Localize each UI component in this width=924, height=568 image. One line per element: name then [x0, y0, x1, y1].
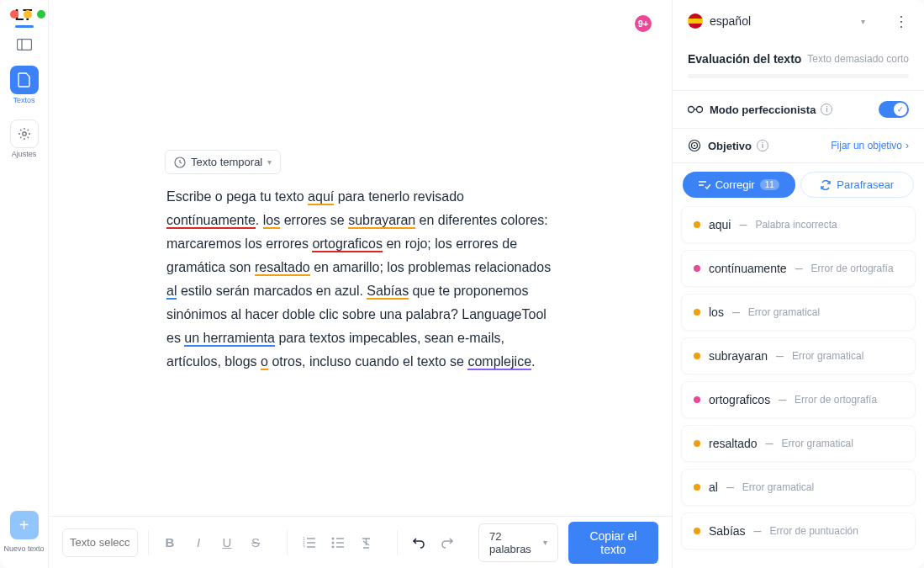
issue-word: subrayaran: [709, 349, 768, 363]
nav-ajustes-label: Ajustes: [12, 150, 37, 158]
strike-button[interactable]: S: [243, 530, 268, 555]
redo-button[interactable]: [435, 530, 460, 555]
nav-ajustes-button[interactable]: [10, 119, 39, 148]
main-area: 9+ Texto temporal ▾ Escribe o pega tu te…: [49, 0, 672, 568]
error-aqui[interactable]: aquí: [308, 189, 334, 205]
ordered-list-button[interactable]: 123: [296, 530, 321, 555]
issue-dot-icon: [694, 484, 700, 491]
target-icon: [688, 139, 701, 152]
issue-item[interactable]: ortograficos – Error de ortografía: [681, 381, 916, 418]
issue-type: Error gramatical: [782, 438, 853, 449]
more-menu-button[interactable]: ⋯: [893, 14, 911, 28]
clock-icon: [174, 157, 186, 168]
issues-list[interactable]: aqui – Palabra incorrecta contínuamente …: [673, 206, 924, 568]
issue-dot-icon: [694, 265, 700, 272]
svg-rect-0: [17, 40, 31, 50]
issue-item[interactable]: aqui – Palabra incorrecta: [681, 206, 916, 243]
error-los[interactable]: los: [263, 213, 280, 229]
undo-button[interactable]: [406, 530, 431, 555]
minimize-window-button[interactable]: [24, 10, 32, 19]
close-window-button[interactable]: [10, 10, 18, 19]
language-selector[interactable]: español ▾ ⋯: [673, 0, 924, 42]
error-herramienta[interactable]: un herramienta: [184, 331, 275, 347]
error-sabias[interactable]: Sabías: [367, 284, 409, 300]
issue-dot-icon: [694, 396, 700, 403]
nav-textos-button[interactable]: [10, 66, 39, 94]
temp-text-label: Texto temporal: [191, 156, 262, 168]
issue-item[interactable]: subrayaran – Error gramatical: [681, 337, 916, 374]
set-objective-link[interactable]: Fijar un objetivo›: [831, 140, 909, 151]
issue-dot-icon: [694, 309, 700, 316]
error-o[interactable]: o: [261, 354, 268, 370]
error-complejice[interactable]: complejice: [467, 354, 531, 370]
error-al[interactable]: al: [166, 284, 177, 300]
chevron-down-icon: ▾: [267, 157, 272, 167]
eval-note: Texto demasiado corto: [807, 53, 909, 65]
editor-scroll: Escribe o pega tu texto aquí para tenerl…: [49, 0, 672, 516]
svg-point-14: [331, 546, 334, 549]
check-list-icon: [699, 180, 710, 189]
left-sidebar: LT Textos Ajustes + Nuevo texto: [0, 0, 49, 568]
issue-word: contínuamente: [709, 262, 787, 275]
eval-section: Evaluación del texto Texto demasiado cor…: [673, 42, 924, 91]
svg-point-17: [689, 107, 694, 113]
panel-toggle-icon[interactable]: [17, 39, 32, 50]
issue-word: resaltado: [709, 437, 758, 450]
glasses-icon: [688, 105, 703, 114]
svg-point-12: [331, 542, 334, 544]
right-panel: español ▾ ⋯ Evaluación del texto Texto d…: [672, 0, 924, 568]
issue-dot-icon: [694, 353, 700, 359]
font-select[interactable]: [62, 528, 138, 557]
issue-type: Error gramatical: [748, 306, 820, 318]
copy-text-button[interactable]: Copiar el texto: [568, 522, 658, 564]
info-icon[interactable]: i: [821, 104, 832, 115]
issue-item[interactable]: contínuamente – Error de ortografía: [681, 250, 916, 287]
issue-type: Error de ortografía: [811, 263, 894, 274]
issue-item[interactable]: resaltado – Error gramatical: [681, 425, 916, 462]
maximize-window-button[interactable]: [37, 10, 45, 19]
tab-corregir[interactable]: Corregir 11: [683, 172, 795, 198]
issue-item[interactable]: los – Error gramatical: [681, 294, 916, 331]
objetivo-label: Objetivo: [708, 140, 752, 152]
word-count-dropdown[interactable]: 72 palabras ▾: [478, 523, 558, 562]
info-icon[interactable]: i: [757, 140, 768, 151]
clear-format-button[interactable]: [353, 530, 378, 555]
svg-point-18: [697, 107, 703, 113]
issue-word: Sabías: [709, 524, 746, 538]
issue-item[interactable]: Sabías – Error de puntuación: [681, 512, 916, 549]
format-group-history: [397, 530, 468, 555]
svg-point-10: [331, 538, 334, 540]
svg-text:3: 3: [303, 544, 305, 548]
bullet-list-button[interactable]: [325, 530, 350, 555]
svg-point-22: [694, 145, 695, 146]
flag-spain-icon: [688, 13, 703, 29]
nav-textos-label: Textos: [13, 96, 34, 104]
perfeccionista-toggle[interactable]: [879, 101, 909, 118]
temp-text-dropdown[interactable]: Texto temporal ▾: [165, 150, 281, 174]
error-continuamente[interactable]: contínuamente: [166, 213, 256, 229]
tab-parafrasear[interactable]: Parafrasear: [800, 172, 915, 198]
format-group-list: 123: [287, 530, 387, 555]
tab-corregir-label: Corregir: [715, 178, 755, 191]
eval-title: Evaluación del texto: [688, 52, 801, 66]
issue-type: Error gramatical: [792, 350, 863, 362]
issue-word: aqui: [709, 218, 731, 231]
chevron-down-icon: ▾: [543, 538, 547, 547]
window-controls: [10, 10, 45, 19]
issue-dot-icon: [694, 528, 700, 534]
new-text-label: Nuevo texto: [3, 544, 44, 553]
issue-type: Error de ortografía: [795, 394, 877, 406]
perfeccionista-label: Modo perfeccionista: [710, 104, 816, 116]
underline-button[interactable]: U: [214, 530, 240, 555]
issue-item[interactable]: al – Error gramatical: [681, 469, 916, 506]
error-subrayaran[interactable]: subrayaran: [348, 213, 415, 229]
app-window: LT Textos Ajustes + Nuevo texto 9+ Texto…: [0, 0, 924, 568]
error-resaltado[interactable]: resaltado: [255, 260, 310, 276]
issue-type: Palabra incorrecta: [755, 219, 837, 231]
bold-button[interactable]: B: [157, 530, 182, 555]
issue-word: ortograficos: [709, 393, 770, 406]
italic-button[interactable]: I: [186, 530, 211, 555]
error-ortograficos[interactable]: ortograficos: [312, 236, 383, 252]
notification-badge[interactable]: 9+: [635, 15, 652, 32]
new-text-button[interactable]: +: [10, 511, 39, 539]
